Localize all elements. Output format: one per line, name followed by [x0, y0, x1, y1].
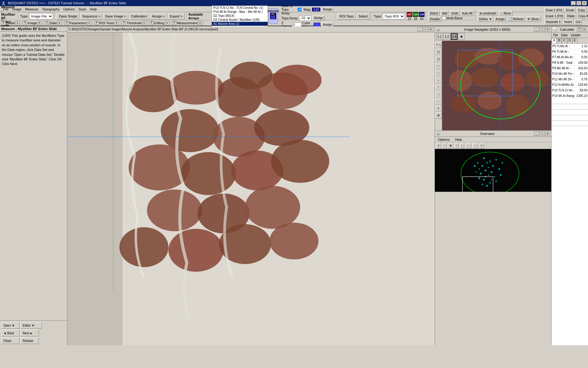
available-arrays-listbox[interactable]: P13 Tt.N Cr.Nc - Tt.N Central No. (1) P1…	[212, 6, 268, 27]
maximize-button[interactable]: □	[576, 1, 581, 5]
refresh-btn[interactable]: 🔄 Refresh	[507, 16, 525, 22]
topo-array-select[interactable]: D2	[299, 15, 311, 21]
params-q[interactable]: ?	[64, 21, 69, 25]
nav-image-display[interactable]	[442, 41, 551, 130]
minimize-button[interactable]: _	[571, 1, 576, 5]
erode-btn[interactable]: Erode	[564, 8, 576, 13]
select-roi-btn[interactable]: Select	[428, 10, 440, 16]
calc-data-menu[interactable]: Data	[560, 33, 568, 37]
nav-minimize-btn[interactable]: _	[534, 27, 539, 32]
open-single-button[interactable]: Open Single	[57, 13, 80, 20]
menu-options[interactable]: Options	[62, 7, 77, 12]
ov-plus2-btn[interactable]: +	[479, 143, 484, 148]
array-item-0[interactable]: P13 Tt.N Cr.Nc - Tt.N Central No. (1)	[212, 6, 267, 10]
nav-tool-8[interactable]: →	[435, 91, 442, 98]
editor-btn[interactable]: Editor ▼	[21, 322, 42, 329]
nav-tool-1[interactable]: ↖↘	[435, 41, 442, 48]
calc-tab-a[interactable]: A	[552, 38, 557, 43]
image-arrow[interactable]: ▸	[38, 21, 42, 25]
calc-input-1[interactable]	[552, 105, 588, 109]
selected-a1[interactable]: A1	[270, 13, 276, 16]
type-select[interactable]: Image File	[29, 13, 53, 19]
multi-band-check[interactable]	[442, 16, 446, 20]
calc-tab-c[interactable]: C	[562, 38, 567, 43]
calc-input-0[interactable]	[552, 99, 588, 104]
invert-btn[interactable]: Invert	[563, 19, 574, 25]
edit-q[interactable]: ?	[149, 21, 153, 25]
next-btn[interactable]: Next ►	[21, 330, 39, 336]
copy-all-btn[interactable]: Copy All	[577, 13, 588, 19]
guide-q[interactable]: ?	[1, 21, 6, 25]
auto-all-btn[interactable]: Auto All	[461, 10, 474, 16]
calc-tab-d[interactable]: D	[567, 38, 572, 43]
image-q[interactable]: ?	[23, 21, 27, 25]
roi-q[interactable]: ?	[94, 21, 99, 25]
scale-1-1-btn[interactable]: 1:1	[436, 33, 443, 40]
scale-1-2-btn[interactable]: 1:2	[443, 33, 450, 40]
copy-btn[interactable]: Copy	[576, 8, 586, 13]
array-item-2[interactable]: D2 Topo (8014)	[212, 14, 267, 18]
edit-arrow[interactable]: ▸	[165, 21, 169, 25]
cut-btn[interactable]: Cut	[574, 19, 582, 25]
nav-tool-11[interactable]: ⚙	[435, 112, 442, 119]
array-item-4-selected[interactable]: A1 Muscle Area (1)	[212, 22, 267, 26]
nav-tool-5[interactable]: ↓↓	[435, 70, 442, 76]
assign-roi-btn[interactable]: Assign	[494, 16, 506, 22]
disable-btn[interactable]: Disable	[428, 16, 441, 22]
data-arrow[interactable]: ▸	[57, 21, 62, 25]
calc-input-3[interactable]	[552, 116, 588, 121]
params-arrow[interactable]: ▸	[87, 21, 92, 25]
calc-tab-b[interactable]: B	[557, 38, 562, 43]
meas-arrow[interactable]: ▸	[198, 21, 202, 25]
ov-options-menu[interactable]: Options	[436, 137, 451, 142]
black-square-btn[interactable]: ■	[458, 33, 465, 40]
ov-left-btn[interactable]: ←	[465, 143, 471, 148]
nav-restore-btn[interactable]: □	[540, 27, 545, 32]
nav-tool-9[interactable]: ↓	[435, 98, 442, 105]
show-btn[interactable]: 👁 Show	[526, 16, 541, 22]
ov-right-btn[interactable]: →	[472, 143, 478, 148]
data-q[interactable]: ?	[45, 21, 49, 25]
ov-minus-btn[interactable]: −	[442, 143, 447, 148]
image-display[interactable]	[67, 33, 435, 345]
assign-btn-2[interactable]: Assign	[321, 7, 334, 12]
array-item-1[interactable]: P14 MI Ar Range - Max - Min MI Ar (	[212, 10, 267, 14]
thresh-q[interactable]: ?	[122, 21, 126, 25]
menu-measure[interactable]: Measure	[23, 7, 40, 12]
ov-down-btn[interactable]: ↓	[460, 143, 464, 148]
redraw-btn[interactable]: Redraw	[21, 337, 39, 344]
export-button[interactable]: Export >	[168, 13, 185, 20]
landmark-btn[interactable]: ⊕ Landmark	[478, 10, 498, 16]
define-btn[interactable]: Define ▼	[478, 16, 494, 22]
nav-close-btn[interactable]: ✕	[545, 27, 550, 32]
undo-roi-btn[interactable]: Undo	[450, 10, 460, 16]
select-button[interactable]: Select	[356, 13, 370, 20]
type2-select[interactable]: Topo ROI	[383, 13, 405, 19]
selected-d3[interactable]: D3	[270, 16, 276, 19]
open-dropdown-btn[interactable]: Open ▼	[1, 322, 20, 329]
img-minimize-btn[interactable]: _	[417, 27, 422, 32]
nav-tool-7[interactable]: ↑	[435, 84, 442, 90]
ov-restore-btn[interactable]: □	[540, 132, 545, 136]
overview-image-display[interactable]	[435, 149, 551, 192]
menu-topography[interactable]: Topography	[40, 7, 62, 12]
clean-btn[interactable]: Clean	[1, 337, 20, 344]
roi-arrow[interactable]: ▸	[115, 21, 119, 25]
nav-tool-6[interactable]: ←	[435, 77, 442, 83]
thresh-arrow[interactable]: ▸	[142, 21, 146, 25]
img-close-btn[interactable]: ✕	[428, 27, 433, 32]
nav-tool-10[interactable]: +	[435, 105, 442, 112]
calc-tab-e[interactable]: E	[572, 38, 578, 43]
nav-tool-3[interactable]: ⟩⟩	[435, 56, 442, 62]
calc-update-menu[interactable]: Update	[570, 33, 581, 37]
array-item-3[interactable]: D3 Central Nuclei / Myofiber (149)	[212, 18, 267, 22]
calibration-button[interactable]: Calibration	[129, 13, 149, 20]
calc-input-2[interactable]	[552, 110, 588, 115]
separate-btn[interactable]: Separate 1	[544, 19, 562, 25]
erase1-btn[interactable]: Erase 1 (FH)	[544, 13, 565, 19]
nav-tool-4[interactable]: ↑↑	[435, 63, 442, 69]
menu-scan[interactable]: Scan	[77, 7, 88, 12]
ov-cross-btn[interactable]: ⊕	[448, 143, 453, 148]
calc-help[interactable]: ?	[577, 27, 581, 32]
back-btn[interactable]: ◄ Back	[1, 330, 20, 336]
